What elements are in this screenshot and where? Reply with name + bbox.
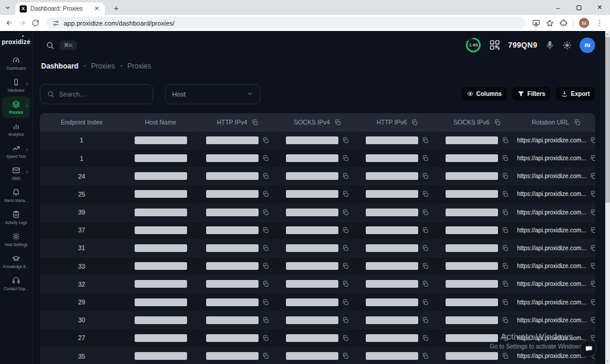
copy-socks-ipv4-icon[interactable]	[342, 334, 349, 342]
url-bar[interactable]: app.proxidize.com/dashboard/proxies/	[46, 17, 525, 29]
copy-socks-ipv4-icon[interactable]	[342, 172, 349, 180]
tab-search-chevron-icon[interactable]	[0, 0, 15, 15]
copy-http-ipv4-icon[interactable]	[262, 244, 269, 252]
copy-http-ipv4-icon[interactable]	[262, 136, 269, 144]
copy-socks-ipv6-icon[interactable]	[502, 280, 509, 288]
copy-http-ipv4-icon[interactable]	[262, 154, 269, 162]
scrollbar-up-icon[interactable]: ▲	[605, 32, 610, 36]
copy-rotation-url-icon[interactable]	[590, 226, 595, 234]
rotation-url-link[interactable]: https://api.proxidize.com...	[517, 245, 586, 251]
copy-socks-ipv6-icon[interactable]	[502, 226, 509, 234]
scrollbar-thumb[interactable]	[605, 37, 610, 203]
copy-socks-ipv4-icon[interactable]	[342, 190, 349, 198]
copy-socks-ipv6-icon[interactable]	[502, 316, 509, 324]
copy-http-ipv6-icon[interactable]	[422, 154, 429, 162]
copy-rotation-url-icon[interactable]	[590, 154, 595, 162]
window-close-button[interactable]: ✕	[589, 0, 610, 15]
column-header-rotation-url[interactable]: Rotation URL	[517, 119, 595, 126]
copy-http-ipv6-icon[interactable]	[422, 136, 429, 144]
copy-http-ipv6-icon[interactable]	[422, 209, 429, 216]
sidebar-item-host-settings[interactable]: Host Settings	[2, 229, 30, 250]
copy-http-ipv4-icon[interactable]	[262, 334, 269, 342]
table-search-input[interactable]: Search...	[40, 84, 153, 104]
back-icon[interactable]	[5, 19, 13, 27]
copy-rotation-url-icon[interactable]	[590, 190, 595, 198]
column-header-socks-ipv4[interactable]: SOCKS IPv4	[278, 119, 357, 126]
tab-close-icon[interactable]: ✕	[93, 5, 101, 13]
user-avatar[interactable]: IN	[580, 38, 595, 53]
rotation-url-link[interactable]: https://api.proxidize.com...	[517, 191, 586, 197]
rotation-url-link[interactable]: https://api.proxidize.com...	[517, 137, 586, 144]
window-minimize-button[interactable]: –	[547, 0, 568, 15]
sidebar-item-hardware[interactable]: Hardware	[2, 74, 30, 96]
copy-http-ipv6-icon[interactable]	[422, 226, 429, 234]
sidebar-item-speed-test[interactable]: Speed Test	[2, 141, 30, 162]
chat-launcher-button[interactable]	[580, 340, 597, 357]
export-button[interactable]: Export	[556, 87, 595, 101]
breadcrumb-item-proxies[interactable]: Proxies	[91, 62, 115, 70]
breadcrumb-item-dashboard[interactable]: Dashboard	[41, 62, 79, 70]
copy-rotation-url-icon[interactable]	[590, 172, 595, 180]
column-header-http-ipv6[interactable]: HTTP IPv6	[357, 119, 437, 126]
sidebar-expand-icon[interactable]	[27, 38, 31, 42]
rotation-url-link[interactable]: https://api.proxidize.com...	[517, 335, 586, 341]
copy-rotation-url-icon[interactable]	[590, 136, 595, 144]
extensions-icon[interactable]	[559, 19, 568, 27]
copy-socks-ipv4-icon[interactable]	[342, 244, 349, 252]
copy-socks-ipv6-icon[interactable]	[502, 154, 509, 162]
browser-profile-avatar[interactable]: M	[579, 18, 589, 28]
rotation-url-link[interactable]: https://api.proxidize.com...	[517, 281, 586, 287]
sidebar-item-sms[interactable]: SMS	[2, 163, 30, 184]
copy-socks-ipv4-icon[interactable]	[342, 352, 349, 360]
scrollbar-down-icon[interactable]: ▼	[605, 359, 610, 363]
copy-column-http-ipv6-icon[interactable]	[411, 119, 418, 126]
copy-column-http-ipv4-icon[interactable]	[251, 119, 259, 126]
copy-http-ipv6-icon[interactable]	[422, 190, 429, 198]
copy-http-ipv6-icon[interactable]	[422, 334, 429, 342]
rotation-url-link[interactable]: https://api.proxidize.com...	[517, 209, 586, 216]
forward-icon[interactable]	[18, 19, 26, 27]
breadcrumb-item-proxies-2[interactable]: Proxies	[127, 62, 151, 70]
copy-http-ipv6-icon[interactable]	[422, 298, 429, 306]
copy-http-ipv4-icon[interactable]	[262, 262, 269, 270]
copy-socks-ipv6-icon[interactable]	[502, 190, 509, 198]
rotation-url-link[interactable]: https://api.proxidize.com...	[517, 173, 586, 179]
copy-http-ipv4-icon[interactable]	[262, 190, 269, 198]
sidebar-item-contact-sup[interactable]: Contact Sup...	[2, 273, 30, 294]
copy-http-ipv4-icon[interactable]	[262, 226, 269, 234]
rotation-url-link[interactable]: https://api.proxidize.com...	[517, 353, 586, 359]
browser-tab[interactable]: X Dashboard: Proxies ✕	[15, 2, 105, 15]
copy-socks-ipv6-icon[interactable]	[502, 352, 509, 360]
new-tab-button[interactable]: +	[110, 4, 122, 13]
column-header-http-ipv4[interactable]: HTTP IPv4	[198, 119, 278, 126]
column-header-endpoint-index[interactable]: Endpoint Index	[40, 119, 123, 126]
copy-socks-ipv6-icon[interactable]	[502, 209, 509, 216]
qr-code-icon[interactable]	[489, 39, 500, 51]
copy-socks-ipv4-icon[interactable]	[342, 209, 349, 216]
copy-http-ipv4-icon[interactable]	[262, 316, 269, 324]
copy-rotation-url-icon[interactable]	[590, 262, 595, 270]
sidebar-item-knowledge-b[interactable]: Knowledge B...	[2, 251, 30, 272]
host-filter-select[interactable]: Host	[165, 84, 260, 104]
send-to-device-icon[interactable]	[532, 19, 540, 27]
copy-rotation-url-icon[interactable]	[590, 244, 595, 252]
copy-http-ipv6-icon[interactable]	[422, 316, 429, 324]
copy-column-rotation-url-icon[interactable]	[574, 119, 581, 126]
global-search[interactable]: ⌘K	[40, 41, 77, 50]
sidebar-item-activity-logs[interactable]: Activity Logs	[2, 207, 30, 228]
copy-http-ipv4-icon[interactable]	[262, 298, 269, 306]
rotation-url-link[interactable]: https://api.proxidize.com...	[517, 155, 586, 161]
filters-button[interactable]: Filters	[512, 87, 550, 101]
copy-http-ipv6-icon[interactable]	[422, 244, 429, 252]
columns-button[interactable]: Columns	[462, 87, 508, 101]
bookmark-star-icon[interactable]	[546, 19, 554, 27]
reload-icon[interactable]	[32, 19, 39, 27]
copy-http-ipv4-icon[interactable]	[262, 209, 269, 216]
copy-socks-ipv6-icon[interactable]	[502, 298, 509, 306]
copy-socks-ipv6-icon[interactable]	[502, 172, 509, 180]
sidebar-item-dashboard[interactable]: Dashboard	[2, 52, 30, 74]
copy-column-socks-ipv6-icon[interactable]	[494, 119, 501, 126]
window-maximize-button[interactable]	[568, 0, 589, 15]
copy-socks-ipv4-icon[interactable]	[342, 226, 349, 234]
copy-socks-ipv4-icon[interactable]	[342, 316, 349, 324]
